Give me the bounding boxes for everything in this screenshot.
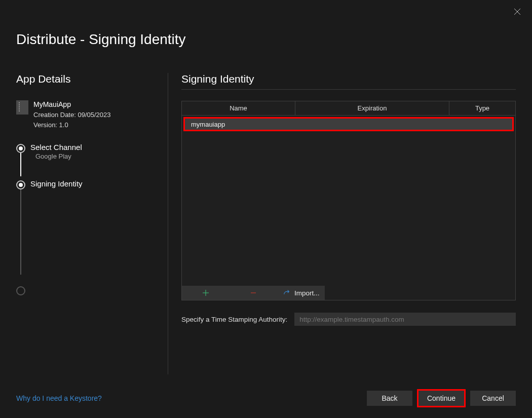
remove-button[interactable] (230, 286, 277, 300)
step-select-channel[interactable]: Select Channel Google Play (30, 143, 158, 160)
import-label: Import... (294, 289, 320, 297)
step-dot-icon (16, 180, 25, 189)
cancel-button[interactable]: Cancel (470, 391, 516, 406)
app-info: MyMauiApp Creation Date: 09/05/2023 Vers… (16, 99, 158, 130)
table-header: Name Expiration Type (182, 101, 515, 116)
add-button[interactable] (182, 286, 230, 300)
table-toolbar: Import... (182, 286, 325, 300)
row-name-cell: mymauiapp (191, 121, 225, 128)
identity-table: Name Expiration Type mymauiapp Import... (181, 101, 516, 300)
tsa-input[interactable] (294, 313, 516, 326)
col-type[interactable]: Type (449, 101, 515, 115)
main-panel: Signing Identity Name Expiration Type my… (168, 73, 516, 374)
back-button[interactable]: Back (367, 391, 412, 406)
table-row[interactable]: mymauiapp (183, 117, 514, 131)
import-arrow-icon (283, 289, 290, 296)
step-signing-identity[interactable]: Signing Identity (30, 179, 158, 188)
page-title: Distribute - Signing Identity (0, 0, 532, 48)
divider (181, 89, 516, 90)
step-subtitle: Google Play (30, 153, 158, 160)
panel-title: Signing Identity (181, 73, 516, 85)
col-expiration[interactable]: Expiration (295, 101, 449, 115)
continue-button[interactable]: Continue (419, 391, 464, 406)
import-button[interactable]: Import... (277, 286, 325, 300)
close-button[interactable] (514, 8, 522, 16)
app-version: Version: 1.0 (33, 120, 111, 130)
tsa-label: Specify a Time Stamping Authority: (181, 316, 287, 323)
step-title: Signing Identity (30, 179, 158, 188)
col-name[interactable]: Name (182, 101, 295, 115)
step-connector (20, 189, 21, 275)
step-dot-icon (16, 286, 25, 295)
step-title: Select Channel (30, 143, 158, 151)
archive-icon (16, 100, 28, 115)
keystore-help-link[interactable]: Why do I need a Keystore? (16, 394, 102, 402)
sidebar-title: App Details (16, 73, 158, 85)
step-connector (20, 153, 21, 176)
app-name: MyMauiApp (33, 99, 111, 110)
step-dot-icon (16, 144, 25, 153)
sidebar: App Details MyMauiApp Creation Date: 09/… (16, 73, 168, 374)
app-creation-date: Creation Date: 09/05/2023 (33, 110, 111, 120)
